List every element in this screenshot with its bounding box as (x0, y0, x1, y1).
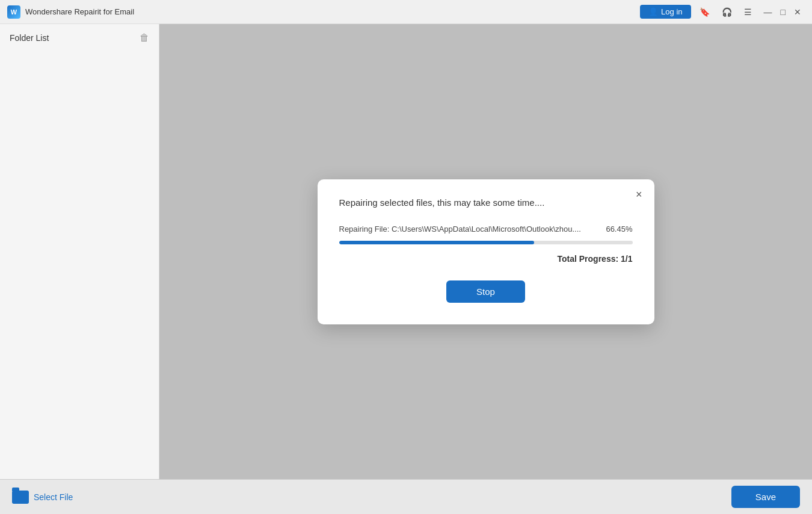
bookmark-icon-button[interactable]: 🔖 (696, 5, 713, 19)
folder-icon (12, 491, 29, 504)
trash-icon[interactable]: 🗑 (140, 33, 149, 43)
sidebar-title: Folder List (10, 33, 49, 43)
file-percent: 66.45% (606, 224, 632, 234)
progress-bar-background (339, 241, 633, 244)
sidebar-header: Folder List 🗑 (10, 33, 149, 43)
select-file-button[interactable]: Select File (12, 491, 73, 504)
maximize-button[interactable]: □ (777, 5, 789, 19)
window-controls: — □ ✕ (760, 5, 805, 19)
modal-overlay: × Repairing selected files, this may tak… (159, 24, 812, 479)
sidebar: Folder List 🗑 (0, 24, 159, 479)
save-button[interactable]: Save (731, 486, 800, 508)
dialog-footer: Stop (339, 280, 633, 303)
user-icon: 👤 (648, 7, 658, 16)
select-file-label: Select File (34, 492, 73, 502)
app-title: Wondershare Repairit for Email (25, 7, 134, 16)
title-bar: W Wondershare Repairit for Email 👤 Log i… (0, 0, 812, 24)
title-bar-right: 👤 Log in 🔖 🎧 ☰ — □ ✕ (640, 5, 805, 19)
file-label: Repairing File: C:\Users\WS\AppData\Loca… (339, 224, 599, 234)
app-icon: W (7, 5, 20, 19)
main-layout: Folder List 🗑 × Repairing selected files… (0, 24, 812, 479)
close-button[interactable]: ✕ (790, 5, 805, 19)
menu-icon-button[interactable]: ☰ (740, 5, 755, 19)
stop-button[interactable]: Stop (446, 280, 525, 303)
main-content: × Repairing selected files, this may tak… (159, 24, 812, 479)
dialog-close-button[interactable]: × (633, 188, 645, 201)
headset-icon-button[interactable]: 🎧 (718, 5, 736, 19)
minimize-button[interactable]: — (760, 5, 776, 19)
progress-bar-fill (339, 241, 534, 244)
total-progress-label: Total Progress: 1/1 (339, 254, 633, 264)
repair-dialog: × Repairing selected files, this may tak… (318, 179, 654, 324)
bottom-bar: Select File Save (0, 479, 812, 514)
dialog-message: Repairing selected files, this may take … (339, 197, 633, 208)
file-progress-row: Repairing File: C:\Users\WS\AppData\Loca… (339, 224, 633, 234)
login-button[interactable]: 👤 Log in (640, 5, 691, 19)
title-bar-left: W Wondershare Repairit for Email (7, 5, 134, 19)
